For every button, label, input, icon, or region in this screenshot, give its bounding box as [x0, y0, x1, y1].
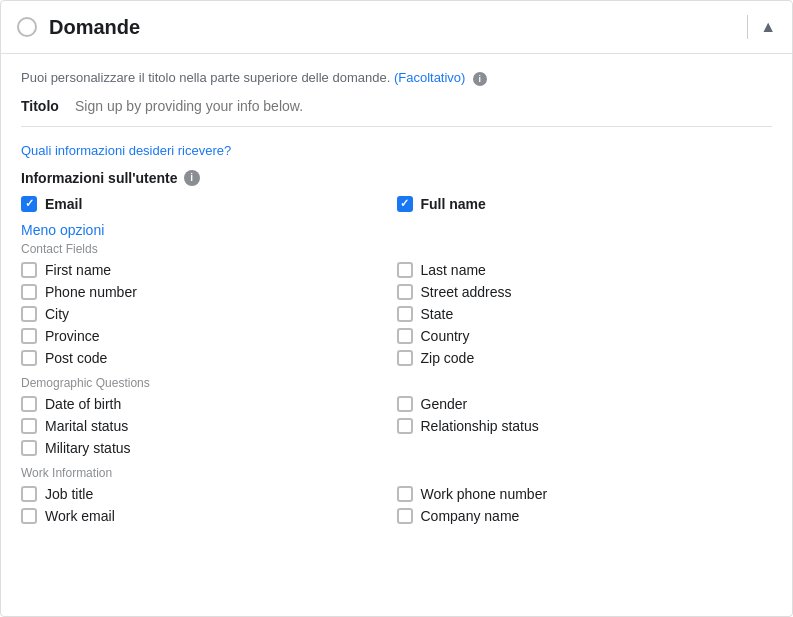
street-label: Street address	[421, 284, 512, 300]
work-info-label: Work Information	[21, 466, 772, 480]
body: Puoi personalizzare il titolo nella part…	[1, 54, 792, 554]
phone-item: Phone number	[21, 284, 397, 300]
companyname-checkbox[interactable]	[397, 508, 413, 524]
title-label: Titolo	[21, 98, 65, 114]
user-info-section: Informazioni sull'utente i Email Full na…	[21, 170, 772, 212]
header: Domande ▲	[1, 1, 792, 54]
contact-fields-section: Contact Fields First name Last name Phon…	[21, 242, 772, 366]
street-checkbox[interactable]	[397, 284, 413, 300]
lastname-item: Last name	[397, 262, 773, 278]
military-checkbox[interactable]	[21, 440, 37, 456]
user-info-header: Informazioni sull'utente i	[21, 170, 772, 186]
fullname-field-item: Full name	[397, 196, 773, 212]
section-question: Quali informazioni desideri ricevere?	[21, 143, 772, 158]
marital-checkbox[interactable]	[21, 418, 37, 434]
header-left: Domande	[17, 16, 140, 39]
email-label: Email	[45, 196, 82, 212]
state-checkbox[interactable]	[397, 306, 413, 322]
main-container: Domande ▲ Puoi personalizzare il titolo …	[0, 0, 793, 617]
info-icon-user: i	[184, 170, 200, 186]
street-item: Street address	[397, 284, 773, 300]
phone-label: Phone number	[45, 284, 137, 300]
email-checkbox[interactable]	[21, 196, 37, 212]
phone-checkbox[interactable]	[21, 284, 37, 300]
zipcode-label: Zip code	[421, 350, 475, 366]
city-label: City	[45, 306, 69, 322]
workemail-checkbox[interactable]	[21, 508, 37, 524]
fullname-checkbox[interactable]	[397, 196, 413, 212]
state-item: State	[397, 306, 773, 322]
demographic-grid: Date of birth Gender Marital status Rela…	[21, 396, 772, 456]
info-icon-subtitle: i	[473, 72, 487, 86]
radio-circle[interactable]	[17, 17, 37, 37]
lastname-checkbox[interactable]	[397, 262, 413, 278]
postcode-checkbox[interactable]	[21, 350, 37, 366]
gender-label: Gender	[421, 396, 468, 412]
title-field-row: Titolo	[21, 98, 772, 127]
user-info-label: Informazioni sull'utente	[21, 170, 178, 186]
country-checkbox[interactable]	[397, 328, 413, 344]
province-item: Province	[21, 328, 397, 344]
marital-label: Marital status	[45, 418, 128, 434]
province-checkbox[interactable]	[21, 328, 37, 344]
jobtitle-item: Job title	[21, 486, 397, 502]
demographic-section: Demographic Questions Date of birth Gend…	[21, 376, 772, 456]
jobtitle-label: Job title	[45, 486, 93, 502]
optional-link[interactable]: (Facoltativo)	[394, 70, 466, 85]
state-label: State	[421, 306, 454, 322]
firstname-label: First name	[45, 262, 111, 278]
companyname-item: Company name	[397, 508, 773, 524]
gender-item: Gender	[397, 396, 773, 412]
relationship-checkbox[interactable]	[397, 418, 413, 434]
email-field-item: Email	[21, 196, 397, 212]
workphone-label: Work phone number	[421, 486, 548, 502]
gender-checkbox[interactable]	[397, 396, 413, 412]
dob-checkbox[interactable]	[21, 396, 37, 412]
work-info-section: Work Information Job title Work phone nu…	[21, 466, 772, 524]
zipcode-checkbox[interactable]	[397, 350, 413, 366]
relationship-item: Relationship status	[397, 418, 773, 434]
page-title: Domande	[49, 16, 140, 39]
military-item: Military status	[21, 440, 397, 456]
province-label: Province	[45, 328, 99, 344]
lastname-label: Last name	[421, 262, 486, 278]
dob-label: Date of birth	[45, 396, 121, 412]
postcode-item: Post code	[21, 350, 397, 366]
postcode-label: Post code	[45, 350, 107, 366]
subtitle-text: Puoi personalizzare il titolo nella part…	[21, 70, 772, 86]
zipcode-item: Zip code	[397, 350, 773, 366]
work-info-grid: Job title Work phone number Work email C…	[21, 486, 772, 524]
city-checkbox[interactable]	[21, 306, 37, 322]
city-item: City	[21, 306, 397, 322]
workemail-label: Work email	[45, 508, 115, 524]
marital-item: Marital status	[21, 418, 397, 434]
country-item: Country	[397, 328, 773, 344]
meno-opciones-link[interactable]: Meno opzioni	[21, 222, 772, 238]
workphone-item: Work phone number	[397, 486, 773, 502]
country-label: Country	[421, 328, 470, 344]
workphone-checkbox[interactable]	[397, 486, 413, 502]
jobtitle-checkbox[interactable]	[21, 486, 37, 502]
header-divider	[747, 15, 748, 39]
firstname-checkbox[interactable]	[21, 262, 37, 278]
firstname-item: First name	[21, 262, 397, 278]
demographic-label: Demographic Questions	[21, 376, 772, 390]
workemail-item: Work email	[21, 508, 397, 524]
collapse-button[interactable]: ▲	[760, 18, 776, 36]
companyname-label: Company name	[421, 508, 520, 524]
contact-fields-label: Contact Fields	[21, 242, 772, 256]
fullname-label: Full name	[421, 196, 486, 212]
title-input[interactable]	[75, 98, 772, 114]
user-info-fields: Email Full name	[21, 196, 772, 212]
dob-item: Date of birth	[21, 396, 397, 412]
relationship-label: Relationship status	[421, 418, 539, 434]
military-label: Military status	[45, 440, 131, 456]
contact-fields-grid: First name Last name Phone number Street…	[21, 262, 772, 366]
subtitle-main: Puoi personalizzare il titolo nella part…	[21, 70, 390, 85]
